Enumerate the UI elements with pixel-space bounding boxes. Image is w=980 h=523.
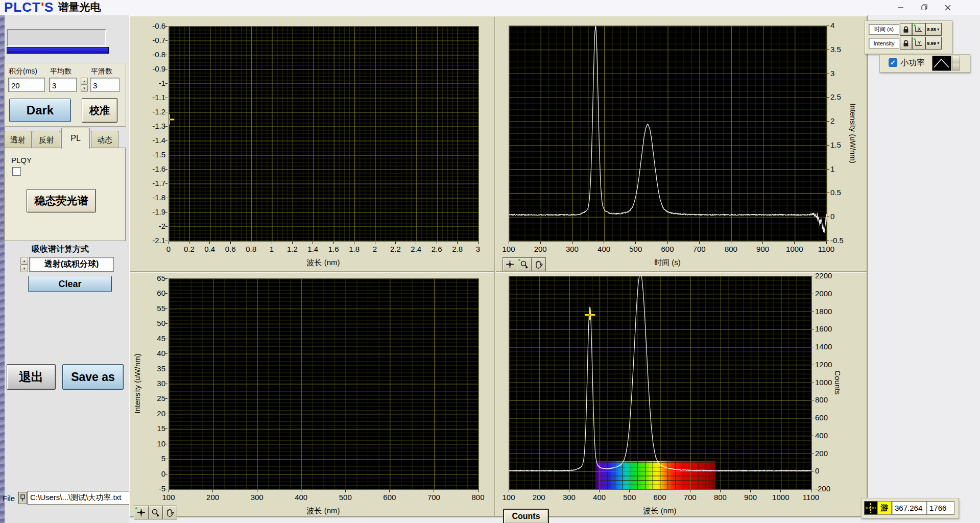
legend-checkbox[interactable]: ✓ [889, 58, 897, 67]
y-axis-icon: Y [915, 39, 923, 47]
autoscale-on-indicator [914, 25, 916, 27]
saveas-button[interactable]: Save as [62, 364, 124, 390]
y-tick-mark [165, 293, 168, 294]
y-tick-mark [812, 436, 814, 436]
file-browse-icon[interactable] [18, 492, 27, 504]
plot-canvas[interactable] [169, 26, 479, 242]
y-tick-mark [812, 400, 814, 400]
y-tick-mark [165, 489, 168, 489]
steady-pl-button[interactable]: 稳态荧光谱 [27, 189, 96, 212]
y-tick-label: -1.5 [136, 151, 165, 159]
tab-pl[interactable]: PL [61, 128, 90, 149]
x-scale-name-box[interactable]: 时间 (s) [869, 24, 899, 35]
cursor-tool-button[interactable] [503, 257, 517, 271]
y-scale-lock-button[interactable] [900, 37, 912, 50]
exit-button[interactable]: 退出 [7, 364, 56, 390]
absorption-mode-dropdown[interactable]: 透射(或积分球) [29, 257, 114, 272]
y-tick-label: -1.3 [136, 122, 165, 130]
cursor-name-badge[interactable]: 游 [877, 501, 892, 515]
x-tick-label: 700 [418, 493, 449, 502]
x-tick-mark [251, 242, 251, 244]
x-autoscale-button[interactable]: X [912, 23, 925, 36]
plqy-checkbox[interactable] [12, 167, 21, 176]
pan-tool-button[interactable] [531, 257, 546, 271]
x-tick-label: 500 [330, 493, 361, 502]
x-scale-lock-button[interactable] [900, 23, 912, 36]
x-tick-mark [826, 242, 827, 244]
y-tick-label: -0.5 [830, 236, 860, 245]
restore-button[interactable] [913, 0, 936, 15]
plot-canvas[interactable] [509, 276, 812, 490]
quadrant-divider-horizontal [130, 271, 867, 273]
calibrate-button[interactable]: 校准 [82, 98, 117, 123]
y-format-button[interactable]: 9.99▼ [925, 37, 942, 50]
plot-intensity-wavelength[interactable]: 1002003004005006007008006560555045403530… [169, 278, 478, 489]
close-button[interactable] [936, 0, 960, 15]
x-tick-mark [189, 242, 189, 244]
legend-scroll-up[interactable] [952, 56, 960, 63]
minimize-icon [898, 5, 904, 11]
y-tick-mark [165, 241, 168, 241]
dark-button[interactable]: Dark [9, 99, 71, 122]
legend-scroll-down[interactable] [952, 63, 960, 70]
zoom-tool-button[interactable] [148, 506, 163, 519]
x-tick-mark [540, 242, 541, 244]
tab-dynamic[interactable]: 动态 [91, 131, 118, 149]
minimize-button[interactable] [889, 0, 913, 15]
plot-absorbance[interactable]: 00.20.40.60.811.21.41.61.822.22.42.62.83… [169, 26, 478, 241]
y-tick-mark [812, 418, 814, 418]
x-tick-mark [509, 242, 509, 244]
counts-plot-button[interactable]: Counts [503, 509, 549, 523]
y-autoscale-button[interactable]: Y [912, 37, 925, 50]
app-window: PLCT'S 谱量光电 积分(ms) 平均数 平滑数 ▲▼ Dark 校准 透射… [0, 0, 980, 523]
smooth-spinner[interactable]: ▲▼ [81, 78, 88, 92]
y-tick-mark [165, 198, 168, 198]
x-tick-mark [212, 490, 213, 492]
y-tick-mark [165, 414, 168, 414]
pan-tool-button[interactable] [162, 506, 177, 519]
y-tick-mark [165, 98, 168, 98]
tab-transmission[interactable]: 透射 [4, 131, 32, 149]
y-tick-label: -1 [136, 79, 165, 87]
x-tick-mark [599, 490, 600, 492]
spinner-up-icon[interactable]: ▲ [20, 257, 28, 265]
plot-counts-wavelength[interactable]: 1002003004005006007008009001000110022002… [509, 276, 811, 489]
progress-bar [7, 47, 109, 54]
magnifier-icon [151, 508, 160, 517]
y-tick-mark [165, 140, 168, 141]
x-tick-label: 100 [493, 245, 524, 253]
x-tick-mark [272, 242, 272, 244]
spinner-up-icon[interactable]: ▲ [81, 78, 88, 85]
file-path-box[interactable]: C:\Users\...\测试\大功率.txt [27, 491, 131, 505]
tab-reflection[interactable]: 反射 [33, 131, 60, 149]
cursor-palette-icon[interactable] [864, 501, 877, 515]
plot-canvas[interactable] [169, 278, 479, 490]
y-tick-mark [812, 294, 814, 294]
clear-button[interactable]: Clear [28, 276, 112, 292]
x-format-button[interactable]: 8.88▼ [925, 23, 942, 36]
x-tick-label: 300 [557, 245, 587, 253]
plot-canvas[interactable] [509, 26, 827, 242]
spinner-down-icon[interactable]: ▼ [20, 265, 28, 272]
absorption-spinner[interactable]: ▲▼ [20, 257, 28, 272]
plot-intensity-time[interactable]: 1002003004005006007008009001000110043.53… [509, 26, 826, 241]
y-tick-mark [165, 226, 168, 227]
x-tick-label: 600 [644, 493, 675, 502]
legend-scrollbar[interactable] [952, 56, 960, 70]
y-scale-name-box[interactable]: Intensity [869, 38, 899, 49]
cursor-tool-button[interactable] [134, 506, 149, 519]
spinner-down-icon[interactable]: ▼ [81, 85, 88, 92]
magnifier-icon [520, 260, 529, 269]
line-style-preview[interactable] [932, 56, 951, 71]
x-tick-mark [572, 242, 572, 244]
lock-icon [903, 40, 909, 47]
y-tick-label: 3 [830, 69, 860, 78]
y-tick-label: -1.2 [136, 108, 165, 116]
x-format-label: 8.88 [927, 27, 936, 32]
zoom-tool-button[interactable] [517, 257, 532, 271]
integration-input[interactable] [8, 78, 45, 92]
y-tick-mark [165, 126, 168, 127]
smooth-input[interactable] [90, 78, 119, 92]
y-tick-label: 600 [815, 414, 845, 422]
average-input[interactable] [49, 78, 77, 92]
